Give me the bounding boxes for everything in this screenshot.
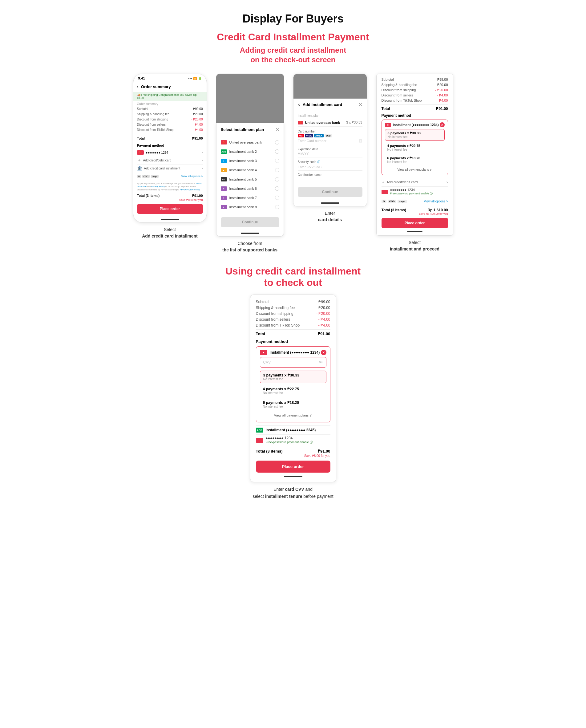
cf-disc-ship-label: Discount from shipping	[256, 311, 293, 316]
ro-view-all-link[interactable]: View all options >	[424, 200, 448, 203]
acb-radio[interactable]	[275, 150, 279, 154]
ro-place-order-btn[interactable]: Place order	[381, 218, 448, 228]
cf-inst2-title: Installment (●●●●●●●● 2345)	[266, 428, 316, 432]
ro-card-row: ●●●●●●●● 1234 Free-password payment enab…	[381, 187, 448, 197]
ro-plan3[interactable]: 6 payments x ₱18.20 No interest fee	[385, 154, 445, 165]
place-order-btn[interactable]: Place order	[137, 204, 203, 214]
cf-inst-close-btn[interactable]: ✕	[321, 350, 326, 355]
bank3-radio[interactable]	[275, 159, 279, 163]
bank-item-acb[interactable]: ACB Installment bank 2	[216, 147, 284, 156]
payment-icons-row: G COD maya	[137, 174, 159, 179]
bank-left-8: ♦ Installment bank 8	[221, 205, 257, 209]
bank8-radio[interactable]	[275, 205, 279, 209]
card-left: 🔴 ●●●●●●●● 1234	[137, 150, 168, 155]
cf-plan1-label: 3 payments x ₱30.33	[263, 373, 323, 378]
card-item[interactable]: 🔴 ●●●●●●●● 1234 ›	[137, 149, 203, 156]
bank-item-3[interactable]: ♦ Installment bank 3	[216, 156, 284, 165]
add-installment-item[interactable]: 🏦 Add credit card installment ›	[137, 164, 203, 172]
bank-item-5[interactable]: nv! Installment bank 5	[216, 175, 284, 184]
cf-disc-tiktok-row: Discount from TikTok Shop - ₱4.00	[256, 323, 330, 328]
ro-view-all[interactable]: View all payment plans ∨	[385, 167, 445, 173]
uob-radio[interactable]	[275, 140, 279, 145]
bank6-radio[interactable]	[275, 186, 279, 191]
add-icon: ＋	[381, 180, 385, 185]
ro-shipping-value: ₱20.00	[437, 83, 448, 87]
checkout-center: Subtotal ₱99.00 Shipping & handling fee …	[6, 294, 580, 500]
ro-disc-ship-value: - ₱20.00	[435, 88, 448, 92]
modal-close-icon[interactable]: ✕	[275, 127, 279, 132]
ro-card-text: ●●●●●●●● 1234	[390, 188, 433, 192]
ro-plan3-label: 6 payments x ₱18.20	[388, 156, 442, 160]
bank-item-6[interactable]: ♦ Installment bank 6	[216, 184, 284, 193]
ro-subtotal-row: Subtotal ₱99.00	[381, 78, 448, 82]
bank-left-uob: 🔴 United overseas bank	[221, 140, 262, 145]
disc-tiktok-value: - ₱4.00	[193, 128, 203, 132]
ro-add-card[interactable]: ＋ Add credit/debit card ›	[381, 178, 448, 187]
ro-shipping-row: Shipping & handling fee ₱20.00	[381, 83, 448, 87]
cvv-label: Security code ⓘ	[298, 160, 363, 164]
ro-plan1[interactable]: 3 payments x ₱30.33 No interest fee	[385, 129, 445, 141]
second-section: Using credit card installmentto check ou…	[6, 265, 580, 500]
ro-subtotal-label: Subtotal	[381, 78, 394, 82]
cf-cvv-input[interactable]: CVV 👁	[260, 357, 326, 367]
cf-plan2-label: 4 payments x ₱22.75	[263, 387, 323, 391]
scan-icon[interactable]: ⊡	[359, 138, 363, 143]
continue-btn-3[interactable]: Continue	[298, 187, 363, 197]
expiry-placeholder: MM/YY	[298, 152, 309, 156]
screens-row: 9:41 ▪▪▪ 📶 🔋 ‹ Order summary 🚚 Free ship…	[6, 74, 580, 253]
cf-cvv-placeholder: CVV	[263, 360, 271, 364]
cf-total-bottom-label: Total (3 items)	[256, 449, 283, 453]
cf-divider	[256, 329, 330, 330]
screen3-label: Enter card details	[318, 210, 342, 223]
home-indicator-2	[241, 233, 259, 234]
cf-disc-sellers-value: - ₱4.00	[318, 317, 330, 322]
uob-bank-name: United overseas bank	[230, 140, 262, 144]
bank-item-4[interactable]: ● Installment bank 4	[216, 165, 284, 175]
cf-plan2[interactable]: 4 payments x ₱22.75 No interest fee	[260, 385, 326, 397]
shipping-row: Shipping & handling fee ₱20.00	[133, 111, 207, 117]
ro-inst-close-btn[interactable]: ✕	[440, 122, 445, 127]
bank-item-8[interactable]: ♦ Installment bank 8	[216, 202, 284, 212]
add-credit-left: ＋ Add credit/debit card	[137, 157, 171, 163]
cf-inst-title-text: Installment (●●●●●●●● 1234)	[270, 350, 320, 355]
order-divider	[137, 134, 203, 134]
bank5-radio[interactable]	[275, 177, 279, 181]
ro-subtotal-value: ₱99.00	[437, 78, 448, 82]
screen1-block: 9:41 ▪▪▪ 📶 🔋 ‹ Order summary 🚚 Free ship…	[133, 74, 207, 239]
ro-total-bottom-row: Total (3 items) Rp 1,619.00	[381, 208, 448, 212]
screen2-label: Choose from the list of supported banks	[222, 240, 277, 253]
bank4-radio[interactable]	[275, 168, 279, 172]
card-modal-close-icon[interactable]: ✕	[358, 102, 363, 107]
cf-plan1[interactable]: 3 payments x ₱30.33 No interest fee	[260, 371, 326, 383]
bank4-icon: ●	[221, 168, 227, 172]
subtotal-value: ₱99.00	[193, 107, 203, 111]
cf-view-all[interactable]: View all payment plans ∨	[260, 412, 326, 419]
continue-btn-2[interactable]: Continue	[221, 217, 279, 227]
bank-item-uob[interactable]: 🔴 United overseas bank	[216, 138, 284, 147]
add-credit-label: Add credit/debit card	[143, 159, 171, 162]
status-bar: 9:41 ▪▪▪ 📶 🔋	[133, 74, 207, 81]
ro-save-text: Save Rp 400.00 for you	[381, 212, 448, 215]
bank7-radio[interactable]	[275, 196, 279, 200]
cf-plan3[interactable]: 6 payments x ₱18.20 No interest fee	[260, 398, 326, 410]
view-all-link[interactable]: View all options >	[181, 174, 203, 179]
card-number-label: Card number	[298, 130, 363, 133]
card-modal-back-icon[interactable]: <	[298, 102, 300, 107]
cf-plan2-sub: No interest fee	[263, 391, 323, 395]
payment-title: Payment method	[137, 144, 203, 147]
add-credit-item[interactable]: ＋ Add credit/debit card ›	[137, 156, 203, 164]
bank-item-7[interactable]: ♦ Installment bank 7	[216, 193, 284, 202]
cf-subtotal-value: ₱99.00	[318, 300, 330, 304]
ro-plan2[interactable]: 4 payments x ₱22.75 No interest fee	[385, 142, 445, 153]
back-arrow-icon[interactable]: ‹	[137, 84, 139, 89]
cf-place-order-btn[interactable]: Place order	[256, 461, 330, 473]
cf-plan3-label: 6 payments x ₱18.20	[263, 400, 323, 405]
ro-total-label: Total	[381, 107, 390, 111]
cf-shipping-row: Shipping & handling fee ₱20.00	[256, 306, 330, 310]
ro-disc-sellers-row: Discount from sellers - ₱4.00	[381, 93, 448, 97]
subtotal-row: Subtotal ₱99.00	[133, 106, 207, 111]
installment-icon: 🏦	[137, 166, 142, 171]
gcash-icon-4: G	[381, 200, 387, 203]
cf-plan3-sub: No interest fee	[263, 405, 323, 408]
cf-save-text: Save ₱8.00 for you	[256, 454, 330, 458]
